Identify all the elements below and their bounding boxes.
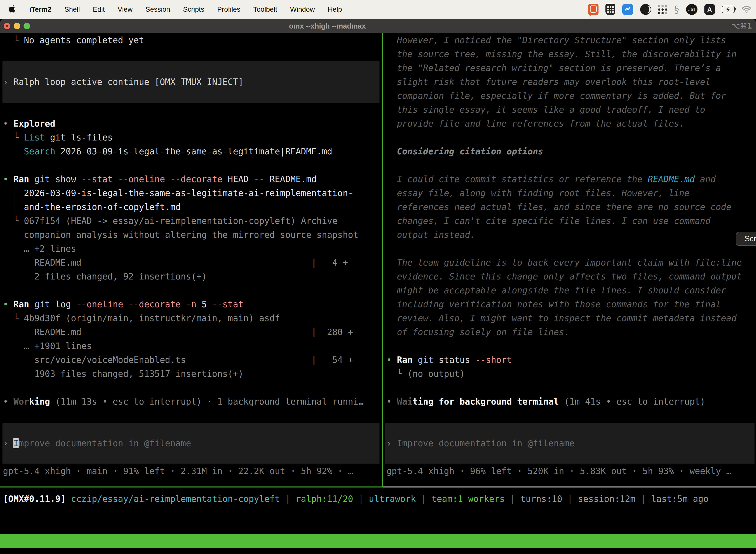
terminal-area[interactable]: └ No agents completed yet› Ralph loop ac… [0,33,756,554]
security-shield-icon[interactable] [606,4,615,15]
text-segment: cczip/essay/ai-reimplementation-copyleft [66,494,285,504]
menu-item-iterm2[interactable]: iTerm2 [29,5,52,13]
text-segment: 2026-03-09-is-legal-the-same-as-legitima… [3,188,353,198]
text-segment: Considering citation options [386,147,543,156]
wifi-icon[interactable] [742,5,752,13]
squiggle-icon[interactable]: § [674,4,679,15]
text-segment: -n [186,299,202,309]
terminal-line: └ List git ls-files [3,130,113,145]
input-source-icon[interactable]: A [704,4,715,15]
text-segment: • [386,355,397,365]
text-segment: └ [3,132,24,143]
text-segment: companion file, especially if more comme… [386,91,726,101]
text-segment: 4b9d30f (origin/main, instructkr/main, m… [24,313,280,323]
terminal-line: this single essay, it seems like a good … [386,103,705,117]
window-titlebar[interactable]: omx --xhigh --madmax ⌥⌘1 [0,19,756,33]
terminal-line: references need actual files, and since … [386,200,732,214]
text-segment: • [386,397,397,406]
text-segment: gpt-5.4 xhigh · main · 91% left · 2.31M … [3,466,353,476]
apple-menu-icon[interactable] [9,4,16,15]
text-segment: and [695,174,715,184]
menu-items: iTerm2 ShellEditViewSessionScriptsProfil… [0,4,342,15]
text-segment: --stat --oneline --decorate [81,174,228,184]
omx-status-line: [OMX#0.11.9] cczip/essay/ai-reimplementa… [3,492,709,506]
tmux-session-label[interactable]: [omx-cczip0:bash* [2,548,43,554]
text-segment: provide file and line references from th… [386,119,684,128]
menu-item-toolbelt[interactable]: Toolbelt [253,5,277,13]
text-segment: of focusing solely on file lines. [386,327,569,337]
sync-blue-icon[interactable] [622,4,633,15]
text-segment: 2 files changed, 92 insertions(+) [3,272,207,281]
menu-item-scripts[interactable]: Scripts [183,5,204,13]
text-segment: └ [3,35,24,45]
text-segment [3,147,24,156]
text-segment: Ran [397,355,418,365]
text-segment: ting for background terminal [413,397,559,406]
terminal-line: provide file and line references from th… [386,117,684,130]
screen-share-overlay[interactable]: Scre [736,232,756,246]
text-segment: • [3,397,13,406]
text-segment: 067f154 (HEAD -> essay/ai-reimplementati… [24,216,337,226]
pane-divider-vertical[interactable] [382,33,383,487]
terminal-line: └ No agents completed yet [3,33,144,47]
text-segment: › [3,77,13,87]
text-segment: git [34,299,55,309]
text-segment: › [3,438,13,448]
text-segment: including verification notes with those … [386,299,721,309]
screen-share-overlay-label: Scre [745,234,756,243]
battery-icon[interactable] [722,6,735,13]
text-segment: show [55,174,81,184]
terminal-line: › Ralph loop active continue [OMX_TMUX_I… [3,75,243,89]
dots-grid-icon[interactable] [658,5,667,14]
dark-pie-icon[interactable] [640,4,651,15]
text-segment: -- [254,174,269,184]
text-segment: the source tree, missing the essay. Stil… [386,49,737,59]
menu-item-help[interactable]: Help [328,5,342,13]
text-segment: 5 [202,299,212,309]
badge-61-icon[interactable]: ..61 [686,4,697,15]
menu-item-session[interactable]: Session [145,5,170,13]
terminal-line: › Improve documentation in @filename [386,436,575,450]
terminal-line: README.md | 280 + [3,325,353,339]
text-segment: companion analysis without altering the … [3,230,359,240]
text-segment: --stat [212,299,243,309]
menu-item-shell[interactable]: Shell [64,5,80,13]
tmux-pane-left[interactable]: └ No agents completed yet› Ralph loop ac… [0,33,382,487]
apple-logo-icon [9,4,16,13]
text-segment: 2026-03-09-is-legal-the-same-as-legitima… [55,147,332,156]
text-segment: changes, I can't cite specific file line… [386,216,710,226]
text-segment: session:12m [578,494,641,504]
text-segment: Explored [13,119,55,128]
terminal-line: companion file, especially if more comme… [386,89,726,103]
terminal-line: Considering citation options [386,145,543,158]
text-segment: I could cite commit statistics or refere… [386,174,648,184]
terminal-line: └ 067f154 (HEAD -> essay/ai-reimplementa… [3,214,337,228]
pane-border-bottom-left [0,487,383,488]
terminal-line: gpt-5.4 xhigh · 96% left · 520K in · 5.8… [386,464,732,478]
menu-item-view[interactable]: View [118,5,132,13]
terminal-line: • Ran git log --oneline --decorate -n 5 … [3,297,243,311]
terminal-line: However, I noticed the "Directory Struct… [386,33,726,47]
text-segment: └ [3,216,24,226]
text-segment: the "Related research writing" section i… [386,63,721,73]
keystroke-overlay-icon[interactable] [588,4,598,15]
terminal-line: src/voice/voiceModeEnabled.ts | 54 + [3,353,353,367]
text-segment: src/voice/voiceModeEnabled.ts | 54 + [3,355,353,365]
menu-item-profiles[interactable]: Profiles [217,5,240,13]
text-segment: mprove documentation in @filename [19,438,191,448]
menu-item-window[interactable]: Window [290,5,315,13]
text-segment: this single essay, it seems like a good … [386,105,705,115]
terminal-line: of focusing solely on file lines. [386,325,569,339]
text-segment: Improve documentation in @filename [397,438,574,448]
terminal-line: changes, I can't cite specific file line… [386,214,710,228]
terminal-line: Search 2026-03-09-is-legal-the-same-as-l… [3,145,332,158]
text-segment: | [641,494,651,504]
text-segment: slight risk that future readers may over… [386,77,710,87]
tmux-pane-right[interactable]: However, I noticed the "Directory Struct… [383,33,756,487]
terminal-line: • Ran git status --short [386,353,512,367]
terminal-line: └ 4b9d30f (origin/main, instructkr/main,… [3,311,280,325]
menu-item-edit[interactable]: Edit [93,5,105,13]
text-segment: └ [3,313,24,323]
text-segment: | [285,494,296,504]
text-segment: log [55,299,76,309]
